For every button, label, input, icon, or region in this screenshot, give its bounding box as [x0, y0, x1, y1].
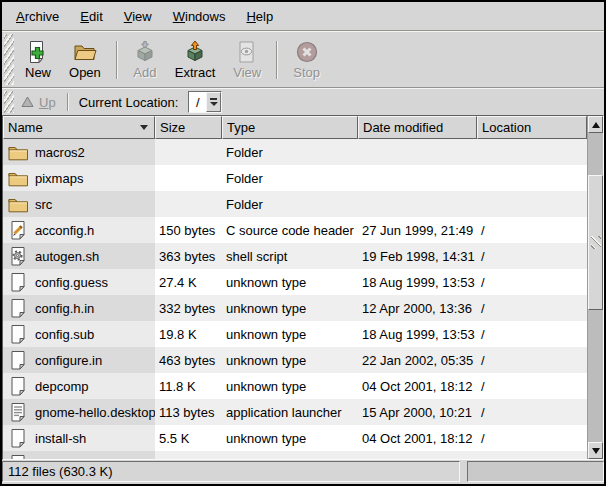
- menu-item-windows[interactable]: Windows: [163, 5, 236, 28]
- location-bar-drag-handle[interactable]: [4, 91, 14, 113]
- table-row[interactable]: acconfig.h150 bytesC source code header2…: [3, 217, 587, 243]
- view-button[interactable]: View: [226, 37, 268, 83]
- file-type-cell: shell script: [222, 243, 358, 269]
- file-name: autogen.sh: [35, 249, 99, 264]
- table-row[interactable]: configure.in463 bytesunknown type22 Jan …: [3, 347, 587, 373]
- c-header-icon: [7, 219, 29, 241]
- table-row[interactable]: macros2Folder: [3, 139, 587, 165]
- file-type-cell: unknown type: [222, 269, 358, 295]
- file-name-cell: autogen.sh: [3, 243, 155, 269]
- file-date-cell: 18 Aug 1999, 13:53: [358, 321, 477, 347]
- location-bar-separator: [67, 93, 69, 111]
- file-date-cell: [358, 165, 477, 191]
- new-button[interactable]: New: [18, 37, 58, 83]
- up-button[interactable]: Up: [16, 93, 61, 112]
- up-arrow-icon: [21, 96, 34, 108]
- table-row[interactable]: config.sub19.8 Kunknown type18 Aug 1999,…: [3, 321, 587, 347]
- menu-item-edit[interactable]: Edit: [70, 5, 112, 28]
- file-location-cell: [477, 451, 587, 459]
- file-size-cell: [155, 165, 222, 191]
- table-row[interactable]: pixmapsFolder: [3, 165, 587, 191]
- combo-dropdown-button[interactable]: [206, 92, 221, 112]
- file-size-cell: 5.5 K: [155, 425, 222, 451]
- table-row[interactable]: srcFolder: [3, 191, 587, 217]
- table-row[interactable]: depcomp11.8 Kunknown type04 Oct 2001, 18…: [3, 373, 587, 399]
- table-row[interactable]: config.h.in332 bytesunknown type12 Apr 2…: [3, 295, 587, 321]
- view-button-label: View: [233, 65, 261, 80]
- file-date-cell: 12 Apr 2000, 13:36: [358, 295, 477, 321]
- vertical-scrollbar[interactable]: [587, 116, 603, 459]
- menu-item-help[interactable]: Help: [236, 5, 283, 28]
- file-size-cell: [155, 191, 222, 217]
- menubar: ArchiveEditViewWindowsHelp: [2, 2, 604, 30]
- location-combo[interactable]: /: [188, 91, 222, 113]
- file-date-cell: 22 Jan 2002, 05:35: [358, 347, 477, 373]
- file-list: macros2Folder pixmapsFolder srcFolder ac…: [3, 139, 587, 459]
- file-list-pane: Name Size Type Date modified Location ma…: [2, 115, 604, 460]
- add-button-label: Add: [133, 65, 156, 80]
- file-size-cell: 332 bytes: [155, 295, 222, 321]
- file-size-cell: 19.8 K: [155, 321, 222, 347]
- table-row[interactable]: [3, 451, 587, 459]
- sort-indicator-icon: [140, 125, 148, 130]
- column-header-location[interactable]: Location: [477, 116, 587, 139]
- document-icon: [7, 349, 29, 371]
- file-type-cell: unknown type: [222, 295, 358, 321]
- add-button[interactable]: Add: [126, 37, 164, 83]
- extract-button[interactable]: Extract: [168, 37, 222, 83]
- table-row[interactable]: autogen.sh363 bytesshell script19 Feb 19…: [3, 243, 587, 269]
- file-location-cell: /: [477, 217, 587, 243]
- open-button-label: Open: [69, 65, 101, 80]
- scroll-down-icon: [592, 448, 600, 454]
- file-location-cell: /: [477, 243, 587, 269]
- file-date-cell: 19 Feb 1998, 14:31: [358, 243, 477, 269]
- file-location-cell: /: [477, 321, 587, 347]
- open-archive-icon: [73, 40, 97, 64]
- location-value[interactable]: /: [189, 92, 206, 112]
- stop-button[interactable]: Stop: [286, 37, 327, 83]
- file-date-cell: [358, 451, 477, 459]
- shell-script-icon: [7, 245, 29, 267]
- file-date-cell: 04 Oct 2001, 18:12: [358, 373, 477, 399]
- scrollbar-down-button[interactable]: [588, 442, 603, 459]
- table-row[interactable]: gnome-hello.desktop113 bytesapplication …: [3, 399, 587, 425]
- column-header-date-modified[interactable]: Date modified: [358, 116, 477, 139]
- file-type-cell: unknown type: [222, 425, 358, 451]
- file-location-cell: [477, 165, 587, 191]
- document-icon: [7, 323, 29, 345]
- document-icon: [7, 297, 29, 319]
- file-type-cell: Folder: [222, 139, 358, 165]
- column-header-type[interactable]: Type: [222, 116, 358, 139]
- file-type-cell: C source code header: [222, 217, 358, 243]
- menu-item-view[interactable]: View: [114, 5, 162, 28]
- file-size-cell: 363 bytes: [155, 243, 222, 269]
- toolbar-separator: [116, 41, 118, 79]
- add-files-icon: [133, 40, 157, 64]
- document-icon: [7, 453, 29, 459]
- file-name-cell: depcomp: [3, 373, 155, 399]
- open-button[interactable]: Open: [62, 37, 108, 83]
- file-name: depcomp: [35, 379, 88, 394]
- scrollbar-thumb[interactable]: [588, 175, 603, 310]
- scrollbar-grip: [591, 236, 601, 249]
- current-location-label: Current Location:: [79, 95, 179, 110]
- column-header-size[interactable]: Size: [155, 116, 222, 139]
- file-name-cell: config.guess: [3, 269, 155, 295]
- toolbar-drag-handle[interactable]: [4, 34, 14, 85]
- table-row[interactable]: config.guess27.4 Kunknown type18 Aug 199…: [3, 269, 587, 295]
- launcher-icon: [7, 401, 29, 423]
- file-size-cell: 113 bytes: [155, 399, 222, 425]
- column-header-name[interactable]: Name: [3, 116, 155, 139]
- folder-icon: [7, 167, 29, 189]
- menu-item-archive[interactable]: Archive: [6, 5, 69, 28]
- toolbar: New Open Add: [2, 32, 604, 87]
- extract-icon: [183, 40, 207, 64]
- file-name-cell: macros2: [3, 139, 155, 165]
- file-name-cell: config.sub: [3, 321, 155, 347]
- scrollbar-up-button[interactable]: [588, 116, 603, 133]
- file-location-cell: /: [477, 295, 587, 321]
- status-message-frame: 112 files (630.3 K): [2, 461, 460, 482]
- file-date-cell: 18 Aug 1999, 13:53: [358, 269, 477, 295]
- file-name-cell: gnome-hello.desktop: [3, 399, 155, 425]
- table-row[interactable]: install-sh5.5 Kunknown type04 Oct 2001, …: [3, 425, 587, 451]
